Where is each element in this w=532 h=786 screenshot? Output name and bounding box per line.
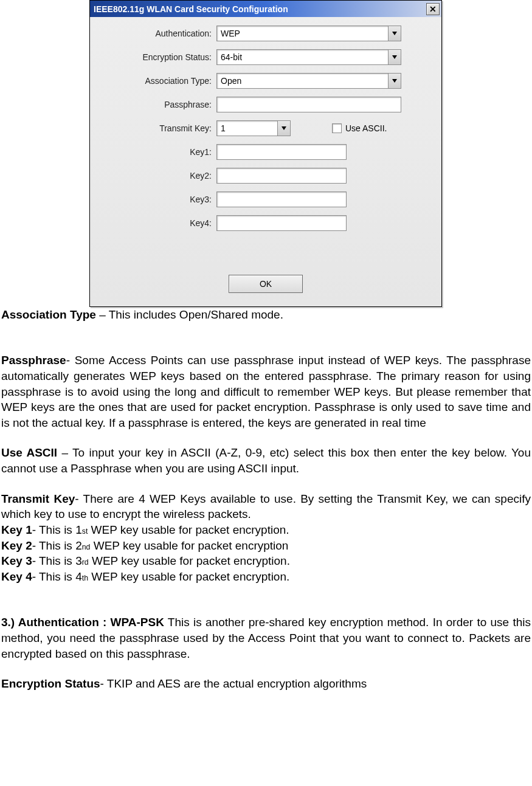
ordinal: st	[82, 527, 88, 536]
para-transmit-key: Transmit Key- There are 4 WEP Keys avail…	[1, 491, 531, 522]
term-association-type: Association Type	[1, 308, 96, 321]
use-ascii-label: Use ASCII.	[345, 123, 387, 133]
association-type-select[interactable]: Open	[216, 73, 401, 89]
ok-row: OK	[96, 261, 435, 306]
para-key3: Key 3- This is 3rd WEP key usable for pa…	[1, 553, 531, 569]
dialog-title: IEEE802.11g WLAN Card Security Configura…	[94, 4, 288, 14]
para-key1: Key 1- This is 1st WEP key usable for pa…	[1, 522, 531, 538]
para-key4: Key 4- This is 4th WEP key usable for pa…	[1, 569, 531, 585]
key3-input[interactable]	[216, 191, 347, 207]
transmit-key-value: 1	[217, 123, 277, 133]
text: WEP key usable for packet encryption	[90, 539, 288, 552]
term-passphrase: Passphrase	[1, 354, 66, 367]
association-type-value: Open	[217, 76, 388, 86]
transmit-key-select[interactable]: 1	[216, 120, 291, 136]
row-key2: Key2:	[96, 168, 435, 184]
term-transmit-key: Transmit Key	[1, 492, 75, 505]
text: - There are 4 WEP Keys available to use.…	[1, 492, 531, 521]
label-key3: Key3:	[96, 195, 216, 204]
row-passphrase: Passphrase:	[96, 97, 435, 112]
text: - TKIP and AES are the actual encryption…	[100, 677, 367, 690]
para-enc-status: Encryption Status- TKIP and AES are the …	[1, 676, 531, 692]
close-button[interactable]: ✕	[426, 3, 440, 15]
row-encryption-status: Encryption Status: 64-bit	[96, 49, 435, 65]
authentication-select[interactable]: WEP	[216, 26, 401, 41]
chevron-down-icon	[388, 26, 401, 41]
document-text: Association Type – This includes Open/Sh…	[0, 307, 532, 692]
passphrase-input[interactable]	[216, 97, 401, 112]
para-association-type: Association Type – This includes Open/Sh…	[1, 307, 531, 323]
encryption-status-value: 64-bit	[217, 52, 388, 62]
dialog-body: Authentication: WEP Encryption Status: 6…	[90, 17, 441, 306]
key1-input[interactable]	[216, 144, 347, 160]
label-authentication: Authentication:	[96, 29, 216, 38]
term-key1: Key 1	[1, 523, 32, 536]
text: - This is 3	[32, 554, 82, 567]
text: - Some Access Points can use passphrase …	[1, 354, 531, 429]
titlebar: IEEE802.11g WLAN Card Security Configura…	[90, 1, 441, 17]
term-key3: Key 3	[1, 554, 32, 567]
text: WEP key usable for packet encryption.	[88, 523, 289, 536]
svg-marker-1	[392, 55, 397, 59]
text: WEP key usable for packet encryption.	[88, 570, 289, 583]
label-key4: Key4:	[96, 218, 216, 228]
svg-marker-0	[392, 32, 397, 35]
para-passphrase: Passphrase- Some Access Points can use p…	[1, 353, 531, 430]
svg-marker-2	[392, 79, 397, 83]
chevron-down-icon	[388, 74, 401, 88]
chevron-down-icon	[388, 50, 401, 64]
use-ascii-checkbox[interactable]: Use ASCII.	[332, 123, 387, 133]
checkbox-box	[332, 123, 342, 133]
label-association-type: Association Type:	[96, 76, 216, 86]
para-wpa-psk: 3.) Authentication : WPA-PSK This is ano…	[1, 615, 531, 661]
term-wpa-psk: 3.) Authentication : WPA-PSK	[1, 616, 164, 629]
term-key2: Key 2	[1, 539, 32, 552]
chevron-down-icon	[277, 121, 290, 136]
row-key3: Key3:	[96, 191, 435, 207]
label-key2: Key2:	[96, 171, 216, 181]
label-passphrase: Passphrase:	[96, 100, 216, 109]
label-transmit-key: Transmit Key:	[96, 123, 216, 133]
text: - This is 2	[32, 539, 82, 552]
close-icon: ✕	[429, 5, 437, 13]
key4-input[interactable]	[216, 215, 347, 231]
text: – This includes Open/Shared mode.	[96, 308, 283, 321]
row-authentication: Authentication: WEP	[96, 26, 435, 41]
row-transmit-key: Transmit Key: 1 Use ASCII.	[96, 120, 435, 136]
row-association-type: Association Type: Open	[96, 73, 435, 89]
security-config-dialog: IEEE802.11g WLAN Card Security Configura…	[89, 0, 442, 307]
label-key1: Key1:	[96, 147, 216, 157]
ordinal: nd	[82, 543, 91, 551]
encryption-status-select[interactable]: 64-bit	[216, 49, 401, 65]
ordinal: th	[82, 574, 88, 582]
row-key1: Key1:	[96, 144, 435, 160]
text: - This is 1	[32, 523, 82, 536]
text: WEP key usable for packet encryption.	[89, 554, 290, 567]
ordinal: rd	[82, 558, 89, 567]
row-key4: Key4:	[96, 215, 435, 231]
para-use-ascii: Use ASCII – To input your key in ASCII (…	[1, 445, 531, 476]
svg-marker-3	[282, 126, 286, 130]
term-enc-status: Encryption Status	[1, 677, 100, 690]
text: – To input your key in ASCII (A-Z, 0-9, …	[1, 446, 531, 475]
authentication-value: WEP	[217, 29, 388, 38]
key2-input[interactable]	[216, 168, 347, 184]
term-key4: Key 4	[1, 570, 32, 583]
text: - This is 4	[32, 570, 82, 583]
para-key2: Key 2- This is 2nd WEP key usable for pa…	[1, 538, 531, 554]
term-use-ascii: Use ASCII	[1, 446, 57, 459]
label-encryption-status: Encryption Status:	[96, 52, 216, 62]
ok-label: OK	[260, 279, 272, 289]
ok-button[interactable]: OK	[229, 275, 303, 293]
